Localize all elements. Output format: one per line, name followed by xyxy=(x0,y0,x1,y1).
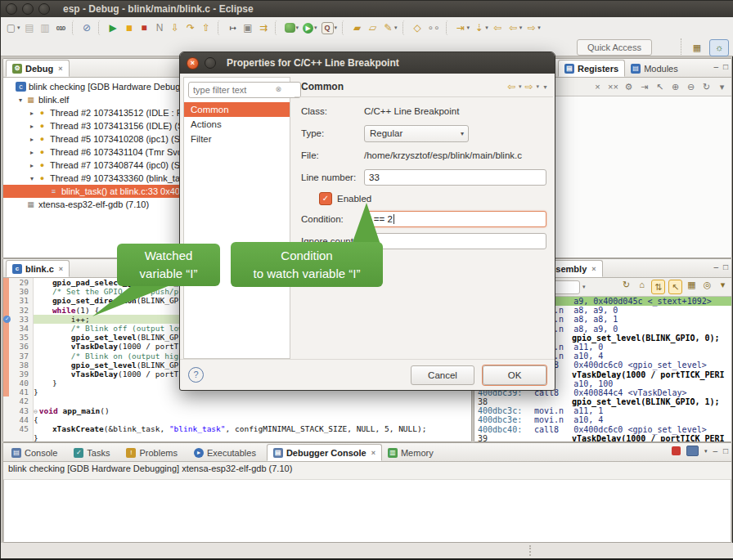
toolbar-icon[interactable]: ▮▮ xyxy=(122,20,137,36)
expander-icon[interactable]: ▸ xyxy=(28,136,36,143)
code-line[interactable]: 42 xyxy=(3,396,471,405)
registers-toolbar-icon[interactable]: ⚙ xyxy=(623,82,635,92)
disassembly-line[interactable]: 400dbc3e: movi.n a10, 4 xyxy=(478,415,731,424)
minimize-icon[interactable]: – xyxy=(713,62,718,71)
toolbar-icon[interactable]: ⇩ xyxy=(169,20,183,36)
toolbar-icon[interactable]: ↷ xyxy=(184,20,199,36)
back-icon[interactable]: ⇦ xyxy=(507,81,515,92)
toolbar-icon[interactable]: ▢▾ xyxy=(4,20,22,36)
filter-input[interactable] xyxy=(188,82,301,98)
console-tab[interactable]: ▤ Debugger Console × xyxy=(267,444,382,461)
code-line[interactable]: 44 { xyxy=(3,415,471,424)
registers-toolbar-icon[interactable]: ⊖ xyxy=(685,82,697,92)
toolbar-icon[interactable]: ▱ xyxy=(366,20,380,36)
line-number[interactable]: 37 xyxy=(9,352,34,361)
registers-toolbar-icon[interactable]: ↻ xyxy=(700,82,713,92)
toolbar-icon[interactable]: ⇥▾ xyxy=(454,20,472,36)
dialog-nav-item[interactable]: Actions xyxy=(184,117,290,132)
line-number[interactable]: 30 xyxy=(9,287,34,296)
dialog-nav-item[interactable]: Common xyxy=(184,102,290,117)
close-icon[interactable]: × xyxy=(591,265,596,273)
disassembly-toolbar-icon[interactable]: ↻ xyxy=(620,280,632,294)
toolbar-icon[interactable] xyxy=(342,20,347,35)
line-number[interactable]: 44 xyxy=(9,415,34,424)
forward-icon[interactable]: ⇨ xyxy=(524,81,533,92)
registers-toolbar-icon[interactable]: ⊕ xyxy=(669,82,681,92)
expander-icon[interactable]: ▸ xyxy=(28,162,36,169)
line-number[interactable]: 36 xyxy=(9,342,34,351)
toolbar-icon[interactable] xyxy=(275,20,280,35)
toolbar-icon[interactable]: ✎▾ xyxy=(381,20,399,36)
code-line[interactable]: 43 void app_main() xyxy=(3,406,471,415)
console-tab[interactable]: ! Problems xyxy=(120,444,187,461)
line-number[interactable]: 43 xyxy=(9,406,34,415)
toolbar-icon[interactable]: ▤ xyxy=(23,20,38,36)
line-number[interactable]: 32 xyxy=(9,306,34,315)
toolbar-icon[interactable]: ⊘ xyxy=(80,20,95,36)
expander-icon[interactable]: ▸ xyxy=(28,149,36,156)
location-dropdown-icon[interactable]: ▾ xyxy=(582,284,586,290)
toolbar-icon[interactable]: ▶▾ xyxy=(301,20,319,36)
toolbar-icon[interactable]: ⇧ xyxy=(200,20,214,36)
line-number[interactable]: 45 xyxy=(9,424,34,433)
window-minimize-icon[interactable] xyxy=(22,3,34,15)
cancel-button[interactable]: Cancel xyxy=(411,365,474,385)
console-menu-icon[interactable]: ▾ xyxy=(704,448,708,455)
dialog-minimize-icon[interactable] xyxy=(205,57,216,69)
toolbar-icon[interactable]: ∘∘ xyxy=(426,20,443,36)
line-number[interactable]: 38 xyxy=(9,361,34,370)
expander-icon[interactable]: ▸ xyxy=(28,123,36,130)
line-number[interactable]: 33 xyxy=(9,315,34,324)
line-number[interactable]: 34 xyxy=(9,324,34,333)
toolbar-icon[interactable]: ■ xyxy=(137,20,152,36)
registers-toolbar-icon[interactable]: ⇥ xyxy=(638,82,650,92)
console-tab[interactable]: ✓ Tasks xyxy=(68,444,120,461)
line-number[interactable]: 42 xyxy=(9,396,34,405)
console-tab[interactable]: ▸ Executables xyxy=(188,444,267,461)
disassembly-line[interactable]: 38 gpio_set_level(BLINK_GPIO, 1); xyxy=(478,397,731,406)
ok-button[interactable]: OK xyxy=(483,365,546,385)
toolbar-icon[interactable]: ⇦▾ xyxy=(506,20,524,36)
console-tab[interactable]: ▤ Console xyxy=(6,444,68,461)
ignore-count-input[interactable]: 0 xyxy=(364,233,546,249)
close-icon[interactable]: × xyxy=(59,265,63,273)
terminate-icon[interactable] xyxy=(672,446,681,455)
maximize-icon[interactable]: □ xyxy=(723,262,728,271)
toolbar-icon[interactable]: ▣ xyxy=(241,20,256,36)
condition-input[interactable]: i == 2 xyxy=(364,211,546,227)
type-select[interactable]: Regular ▾ xyxy=(364,125,469,142)
minimize-icon[interactable]: – xyxy=(713,446,717,455)
line-number-input[interactable]: 33 xyxy=(364,169,546,186)
line-number[interactable]: 41 xyxy=(9,388,34,396)
window-close-icon[interactable] xyxy=(6,3,17,15)
code-text[interactable]: xTaskCreate(&blink_task, "blink_task", c… xyxy=(34,424,471,433)
toolbar-icon[interactable]: 010 xyxy=(54,20,69,36)
toolbar-icon[interactable]: ▰ xyxy=(350,20,365,36)
disassembly-line[interactable]: 400dbc40: call8 0x400dc6c0 <gpio_set_lev… xyxy=(478,425,731,434)
toolbar-icon[interactable]: ◇ xyxy=(411,20,425,36)
expander-icon[interactable]: ▾ xyxy=(28,175,36,182)
toolbar-icon[interactable]: ▥ xyxy=(38,20,53,36)
dialog-nav-item[interactable]: Filter xyxy=(184,132,290,146)
line-number[interactable]: 39 xyxy=(9,370,34,379)
console-tab[interactable]: ▥ Memory xyxy=(382,444,444,461)
line-number[interactable]: 40 xyxy=(9,379,34,388)
disassembly-line[interactable]: 400dbc3c: movi.n a11, 1 xyxy=(478,406,731,415)
toolbar-icon[interactable]: ⇉ xyxy=(257,20,272,36)
toolbar-icon[interactable]: ▾ xyxy=(283,20,301,36)
code-line[interactable]: 45 xTaskCreate(&blink_task, "blink_task"… xyxy=(3,424,471,433)
window-maximize-icon[interactable] xyxy=(38,3,50,15)
disassembly-toolbar-icon[interactable]: ▦ xyxy=(686,280,698,294)
disassembly-toolbar-icon[interactable]: ▾ xyxy=(717,280,729,294)
toolbar-icon[interactable]: ⇨▾ xyxy=(524,20,542,36)
perspective-icon[interactable]: ☼ xyxy=(709,39,729,56)
code-text[interactable] xyxy=(34,396,471,405)
maximize-icon[interactable]: □ xyxy=(723,62,728,71)
code-text[interactable]: void app_main() xyxy=(34,406,471,415)
minimize-icon[interactable]: – xyxy=(713,262,718,271)
tab-registers-modules[interactable]: ▤ Registers xyxy=(558,60,625,77)
registers-toolbar-icon[interactable]: ↖ xyxy=(654,82,666,92)
line-number[interactable]: 31 xyxy=(9,296,34,305)
expander-icon[interactable]: ▾ xyxy=(16,96,25,104)
toolbar-icon[interactable]: i⇢ xyxy=(226,20,241,36)
